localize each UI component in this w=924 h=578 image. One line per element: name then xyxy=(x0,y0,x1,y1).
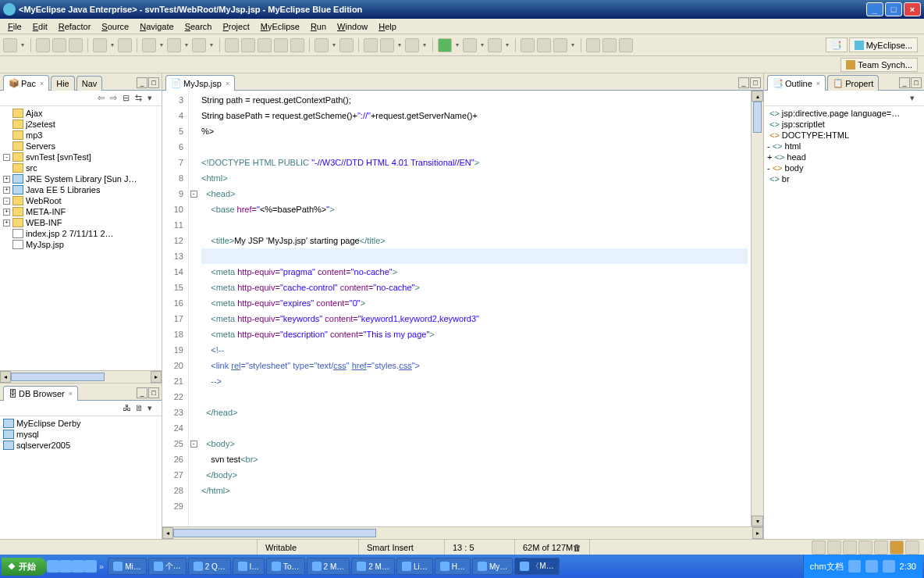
menu-refactor[interactable]: Refactor xyxy=(54,20,96,33)
tool-button[interactable] xyxy=(364,38,378,52)
tray-clock[interactable]: 2:30 xyxy=(900,562,916,571)
quicklaunch-icon[interactable] xyxy=(72,560,84,573)
close-icon[interactable]: × xyxy=(69,390,73,398)
menu-search[interactable]: Search xyxy=(180,20,217,33)
code-area[interactable]: String path = request.getContextPath();S… xyxy=(198,91,751,526)
start-button[interactable]: ❖ 开始 xyxy=(2,558,47,576)
tool-button[interactable] xyxy=(602,38,617,52)
menu-help[interactable]: Help xyxy=(374,20,401,33)
maximize-button[interactable]: □ xyxy=(885,2,902,16)
tree-node[interactable]: Ajax xyxy=(3,108,158,119)
tool-button[interactable] xyxy=(553,38,567,52)
tool-button[interactable] xyxy=(339,38,354,52)
back-icon[interactable]: ⇦ xyxy=(98,93,108,104)
code-line[interactable] xyxy=(201,217,748,233)
code-line[interactable]: <base href="<%=basePath%>"> xyxy=(201,202,748,217)
tool-button[interactable] xyxy=(274,38,288,52)
save-all-button[interactable] xyxy=(52,38,66,52)
scroll-thumb[interactable] xyxy=(11,373,105,381)
taskbar-task[interactable]: H… xyxy=(435,558,471,575)
maximize-view-icon[interactable]: □ xyxy=(750,77,761,88)
code-line[interactable]: <meta http-equiv="pragma" content="no-ca… xyxy=(201,264,748,280)
minimize-view-icon[interactable]: _ xyxy=(137,77,147,88)
tab-outline[interactable]: 📑 Outline× xyxy=(767,75,826,91)
code-line[interactable]: <link rel="stylesheet" type="text/css" h… xyxy=(201,358,748,373)
save-button[interactable] xyxy=(36,38,50,52)
menu-source[interactable]: Source xyxy=(97,20,133,33)
link-icon[interactable]: ⇆ xyxy=(135,93,146,104)
minimize-button[interactable]: _ xyxy=(866,2,883,16)
tree-node[interactable]: MyJsp.jsp xyxy=(3,239,158,250)
close-icon[interactable]: × xyxy=(40,80,44,87)
perspective-team-sync[interactable]: Team Synch... xyxy=(840,58,918,72)
code-line[interactable]: <body> xyxy=(201,436,748,451)
menu-icon[interactable]: ▾ xyxy=(147,403,158,414)
taskbar-task[interactable]: Li… xyxy=(396,558,433,575)
system-tray[interactable]: chm文档 2:30 xyxy=(803,555,922,578)
outline-node[interactable]: +<> head xyxy=(767,152,921,162)
tool-button[interactable] xyxy=(225,38,239,52)
tree-node[interactable]: src xyxy=(3,162,158,173)
fold-gutter[interactable]: -- xyxy=(189,91,198,526)
taskbar-task[interactable]: 2 M… xyxy=(307,558,350,575)
code-line[interactable]: <html> xyxy=(201,170,748,186)
tool-button[interactable] xyxy=(488,38,502,52)
minimize-view-icon[interactable]: _ xyxy=(738,77,749,88)
outline-node[interactable]: <> DOCTYPE:HTML xyxy=(767,130,921,141)
scroll-right-icon[interactable]: ▸ xyxy=(752,527,763,539)
menu-myeclipse[interactable]: MyEclipse xyxy=(256,20,304,33)
code-line[interactable]: <title>My JSP 'MyJsp.jsp' starting page<… xyxy=(201,233,748,248)
menu-navigate[interactable]: Navigate xyxy=(135,20,178,33)
taskbar-task[interactable]: 2 Q… xyxy=(188,558,231,575)
outline-tree[interactable]: <> jsp:directive.page language=…<> jsp:s… xyxy=(764,106,924,539)
menu-project[interactable]: Project xyxy=(219,20,254,33)
code-line[interactable]: </html> xyxy=(201,483,748,498)
editor-tab-myjsp[interactable]: 📄 MyJsp.jsp× xyxy=(165,75,235,91)
tree-node[interactable]: j2setest xyxy=(3,119,158,130)
tree-node[interactable]: +Java EE 5 Libraries xyxy=(3,184,158,195)
menu-window[interactable]: Window xyxy=(332,20,372,33)
tab-db-browser[interactable]: 🗄 DB Browser× xyxy=(3,386,78,401)
taskbar-task[interactable]: 〈M… xyxy=(514,558,559,575)
menu-icon[interactable]: ▾ xyxy=(147,93,158,104)
tool-button[interactable] xyxy=(241,38,255,52)
tool-button[interactable] xyxy=(619,38,633,52)
editor-hscrollbar[interactable]: ◂ ▸ xyxy=(162,526,763,539)
maximize-view-icon[interactable]: □ xyxy=(148,77,159,88)
tab-navigator[interactable]: Nav xyxy=(76,76,103,91)
collapse-icon[interactable]: ⊟ xyxy=(123,93,133,104)
tray-icon[interactable] xyxy=(883,560,895,573)
minimize-view-icon[interactable]: _ xyxy=(899,77,910,88)
scroll-left-icon[interactable]: ◂ xyxy=(0,371,11,383)
code-line[interactable] xyxy=(201,498,748,514)
code-line[interactable]: String path = request.getContextPath(); xyxy=(201,92,748,108)
code-line[interactable] xyxy=(201,248,748,264)
trim-icon[interactable] xyxy=(858,541,872,555)
code-line[interactable]: <!DOCTYPE HTML PUBLIC "-//W3C//DTD HTML … xyxy=(201,155,748,170)
minimize-view-icon[interactable]: _ xyxy=(137,387,147,398)
tree-node[interactable]: mp3 xyxy=(3,130,158,141)
code-line[interactable]: </body> xyxy=(201,467,748,483)
new-button[interactable] xyxy=(3,38,17,52)
tool-button[interactable] xyxy=(142,38,156,52)
db-connection-node[interactable]: MyEclipse Derby xyxy=(3,418,158,429)
tool-button[interactable] xyxy=(167,38,181,52)
quicklaunch-icon[interactable] xyxy=(59,560,72,573)
quicklaunch-icon[interactable] xyxy=(47,560,59,573)
tool-button[interactable] xyxy=(192,38,206,52)
close-icon[interactable]: × xyxy=(226,80,229,87)
status-memory[interactable]: 62M of 127M 🗑 xyxy=(515,540,590,555)
outline-node[interactable]: <> br xyxy=(767,173,921,184)
tray-icon[interactable] xyxy=(848,560,861,573)
code-line[interactable]: <meta http-equiv="keywords" content="key… xyxy=(201,311,748,326)
tree-hscrollbar[interactable]: ◂ ▸ xyxy=(0,370,162,383)
tool-button[interactable] xyxy=(521,38,535,52)
db-browser-tree[interactable]: MyEclipse Derbymysqlsqlserver2005 xyxy=(0,416,162,539)
tree-node[interactable]: +JRE System Library [Sun J… xyxy=(3,173,158,184)
tool-button[interactable] xyxy=(118,38,132,52)
code-line[interactable] xyxy=(201,139,748,155)
code-line[interactable]: svn test<br> xyxy=(201,451,748,467)
trim-icon[interactable] xyxy=(905,541,919,555)
tree-node[interactable]: index.jsp 2 7/11/11 2… xyxy=(3,228,158,239)
menu-edit[interactable]: Edit xyxy=(28,20,52,33)
